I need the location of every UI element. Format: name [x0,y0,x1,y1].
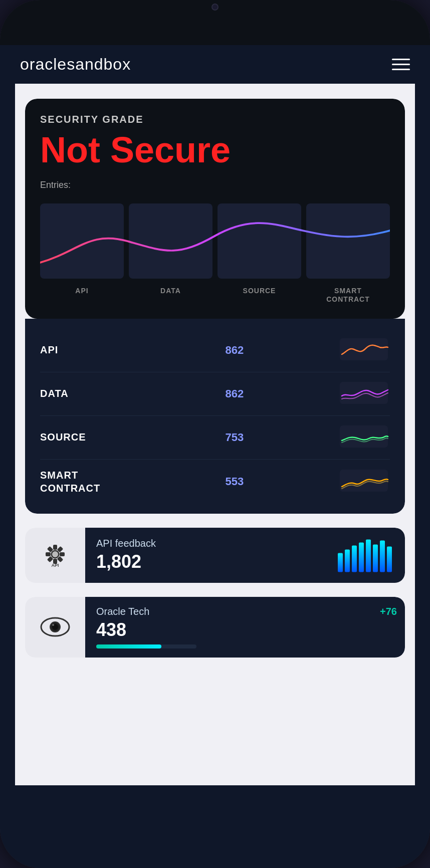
stat-value-api: 862 [195,344,273,357]
stat-value-smart-contract: 553 [195,475,273,488]
hamburger-line-1 [392,59,410,60]
widget-info-oracle: +76 Oracle Tech 438 [85,597,405,658]
stats-section: API 862 DATA 862 [25,319,405,514]
entries-label: Entries: [40,180,390,190]
chart-label-api: API [40,287,124,304]
navbar: oraclesandbox [0,45,430,84]
stat-value-data: 862 [195,387,273,400]
svg-text:API: API [51,563,59,568]
phone-screen: oraclesandbox SECURITY GRADE Not Secure … [0,45,430,868]
svg-rect-15 [338,553,343,572]
widget-api-feedback: API API feedback 1,802 [25,528,405,583]
svg-rect-11 [46,552,51,556]
oracle-progress-bar [96,644,196,648]
chart-labels: API DATA SOURCE SMARTCONTRACT [40,287,390,304]
oracle-badge: +76 [380,606,397,617]
chart-label-source: SOURCE [218,287,301,304]
chart-col-smart-contract [306,203,390,279]
eye-icon [39,611,71,643]
svg-rect-16 [345,549,350,572]
svg-point-26 [52,624,54,626]
main-content: SECURITY GRADE Not Secure Entries: [15,84,415,785]
stat-row-smart-contract: SMARTCONTRACT 553 [40,460,390,504]
svg-rect-22 [387,546,392,572]
api-bar-chart [337,535,397,575]
chart-col-data [129,203,212,279]
chart-label-data: DATA [129,287,212,304]
widget-title-oracle: Oracle Tech [96,606,394,617]
stat-row-api: API 862 [40,329,390,372]
stat-row-data: DATA 862 [40,372,390,416]
status-bar [0,0,430,45]
camera [211,4,219,11]
hamburger-menu[interactable] [392,59,410,70]
stat-name-data: DATA [40,388,195,399]
sparkline-source [273,425,390,450]
widget-oracle-tech: +76 Oracle Tech 438 [25,597,405,658]
security-wrapper: SECURITY GRADE Not Secure Entries: [25,99,405,514]
security-label: SECURITY GRADE [40,114,390,125]
widget-icon-area-api: API [25,528,85,583]
stat-name-smart-contract: SMARTCONTRACT [40,469,195,495]
phone-frame: oraclesandbox SECURITY GRADE Not Secure … [0,0,430,868]
security-grade-value: Not Secure [40,130,390,170]
app-logo: oraclesandbox [20,55,131,74]
svg-rect-19 [366,539,371,572]
gear-api-icon: API [39,539,71,571]
stat-row-source: SOURCE 753 [40,416,390,460]
chart-col-api [40,203,124,279]
sparkline-data [273,381,390,406]
hamburger-line-3 [392,69,410,70]
stat-value-source: 753 [195,431,273,444]
svg-rect-7 [60,552,65,556]
stat-name-source: SOURCE [40,431,195,443]
widget-info-api: API feedback 1,802 [85,528,405,583]
svg-rect-17 [352,545,357,572]
security-grade-card: SECURITY GRADE Not Secure Entries: [25,99,405,319]
svg-rect-21 [380,540,385,572]
widget-value-oracle: 438 [96,619,394,640]
chart-col-source [218,203,301,279]
entries-chart [40,198,390,279]
svg-rect-5 [53,545,57,550]
stat-name-api: API [40,344,195,356]
sparkline-smart-contract [273,469,390,494]
widget-icon-area-oracle [25,597,85,658]
chart-label-smart-contract: SMARTCONTRACT [306,287,390,304]
svg-rect-18 [359,542,364,572]
oracle-progress-fill [96,644,161,648]
sparkline-api [273,338,390,363]
notch [165,0,265,14]
hamburger-line-2 [392,64,410,65]
svg-point-13 [52,551,58,557]
svg-rect-2 [340,425,388,448]
svg-rect-20 [373,544,378,572]
